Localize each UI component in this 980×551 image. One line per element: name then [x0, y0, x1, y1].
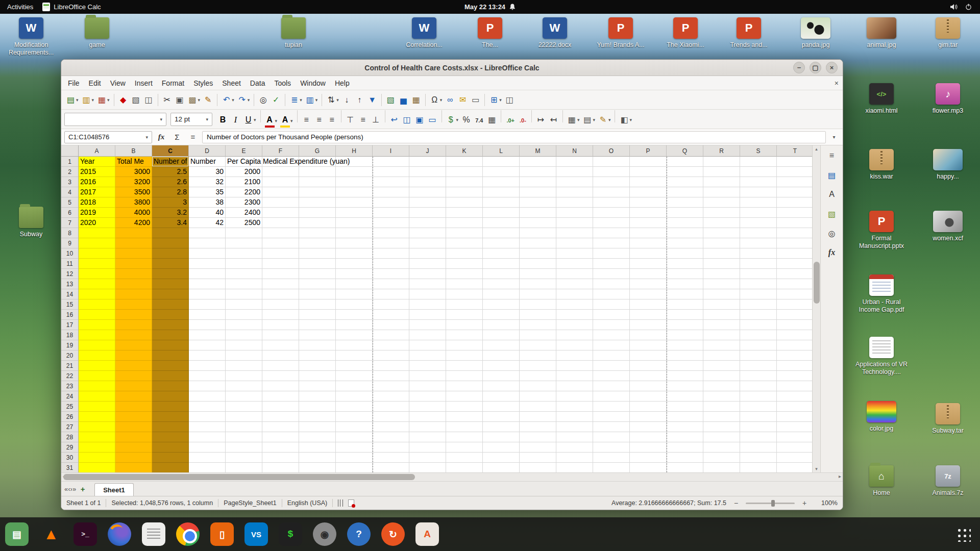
cell-T26[interactable] [777, 412, 812, 422]
cell-R14[interactable] [703, 289, 740, 299]
files-icon[interactable]: ▤ [5, 522, 29, 546]
cell-A9[interactable] [79, 238, 115, 248]
cell-S24[interactable] [740, 391, 777, 402]
cell-B16[interactable] [115, 310, 152, 320]
cell-D26[interactable] [189, 412, 226, 422]
cell-J16[interactable] [409, 310, 446, 320]
save-dropdown-icon[interactable]: ▾ [107, 97, 110, 103]
cell-M15[interactable] [520, 299, 556, 310]
row-header-18[interactable]: 18 [61, 330, 79, 340]
cell-N24[interactable] [556, 391, 593, 402]
cell-M25[interactable] [520, 402, 556, 412]
cell-J8[interactable] [409, 228, 446, 238]
cell-D13[interactable] [189, 279, 226, 289]
cell-J14[interactable] [409, 289, 446, 299]
cell-L7[interactable] [483, 218, 520, 228]
cell-J5[interactable] [409, 197, 446, 208]
menu-file[interactable]: File [63, 78, 84, 89]
cell-P8[interactable] [630, 228, 667, 238]
cell-K31[interactable] [446, 463, 483, 472]
cell-H10[interactable] [336, 248, 373, 259]
cell-P25[interactable] [630, 402, 667, 412]
document-reader-icon[interactable]: ▯ [210, 522, 234, 546]
name-box-dropdown-icon[interactable]: ▾ [145, 135, 148, 140]
cell-R5[interactable] [703, 197, 740, 208]
format-currency-button[interactable]: $▾ [445, 113, 460, 127]
cell-E20[interactable] [226, 350, 262, 361]
cell-Q26[interactable] [667, 412, 703, 422]
cell-D18[interactable] [189, 330, 226, 340]
cell-P23[interactable] [630, 381, 667, 391]
cell-J1[interactable] [409, 157, 446, 167]
cell-P22[interactable] [630, 371, 667, 381]
cell-R7[interactable] [703, 218, 740, 228]
cell-M28[interactable] [520, 432, 556, 442]
cell-S17[interactable] [740, 320, 777, 330]
cell-P18[interactable] [630, 330, 667, 340]
cell-K6[interactable] [446, 208, 483, 218]
cell-R31[interactable] [703, 463, 740, 472]
cell-R26[interactable] [703, 412, 740, 422]
menu-insert[interactable]: Insert [130, 78, 157, 89]
cell-N15[interactable] [556, 299, 593, 310]
cell-K9[interactable] [446, 238, 483, 248]
cell-Q10[interactable] [667, 248, 703, 259]
cell-Q27[interactable] [667, 422, 703, 432]
cell-T15[interactable] [777, 299, 812, 310]
wrap-text-button[interactable]: ↩ [388, 113, 401, 127]
cell-C7[interactable]: 3.4 [152, 218, 189, 228]
insert-chart-button[interactable]: ▅ [397, 93, 410, 107]
cell-A6[interactable]: 2019 [79, 208, 115, 218]
cell-K20[interactable] [446, 350, 483, 361]
cell-B21[interactable] [115, 361, 152, 371]
cell-Q23[interactable] [667, 381, 703, 391]
cell-A27[interactable] [79, 422, 115, 432]
row-header-12[interactable]: 12 [61, 269, 79, 279]
cell-P11[interactable] [630, 259, 667, 269]
cell-G6[interactable] [299, 208, 336, 218]
conditional-formatting-button[interactable]: ◧▾ [618, 113, 633, 127]
cell-A23[interactable] [79, 381, 115, 391]
software-updater-icon[interactable]: ↻ [381, 522, 405, 546]
cell-Q7[interactable] [667, 218, 703, 228]
status-language[interactable]: English (USA) [287, 499, 328, 507]
title-bar[interactable]: Control of Health Care Costs.xlsx - Libr… [61, 60, 843, 76]
cell-L13[interactable] [483, 279, 520, 289]
cell-K30[interactable] [446, 453, 483, 463]
cell-C9[interactable] [152, 238, 189, 248]
cell-O6[interactable] [593, 208, 630, 218]
cell-D27[interactable] [189, 422, 226, 432]
cell-L6[interactable] [483, 208, 520, 218]
cell-H3[interactable] [336, 177, 373, 187]
special-character-button[interactable]: Ω▾ [428, 93, 444, 107]
cell-T6[interactable] [777, 208, 812, 218]
cell-C13[interactable] [152, 279, 189, 289]
delete-decimal-place-button[interactable]: .0- [517, 113, 529, 128]
cell-L19[interactable] [483, 340, 520, 350]
cell-D21[interactable] [189, 361, 226, 371]
cell-L3[interactable] [483, 177, 520, 187]
cell-C11[interactable] [152, 259, 189, 269]
name-box[interactable]: C1:C1048576 ▾ [64, 131, 152, 143]
copy-button[interactable]: ▣ [174, 93, 186, 107]
cell-R6[interactable] [703, 208, 740, 218]
cell-M18[interactable] [520, 330, 556, 340]
cell-R23[interactable] [703, 381, 740, 391]
cell-H14[interactable] [336, 289, 373, 299]
cell-S20[interactable] [740, 350, 777, 361]
cell-I3[interactable] [373, 177, 409, 187]
cell-S30[interactable] [740, 453, 777, 463]
cell-S2[interactable] [740, 167, 777, 177]
cell-T3[interactable] [777, 177, 812, 187]
cell-B18[interactable] [115, 330, 152, 340]
cell-M22[interactable] [520, 371, 556, 381]
cell-M19[interactable] [520, 340, 556, 350]
desktop-icon-subway[interactable]: Subway [5, 207, 58, 238]
chrome-icon[interactable] [176, 522, 200, 546]
cell-G17[interactable] [299, 320, 336, 330]
row-header-9[interactable]: 9 [61, 238, 79, 248]
cell-H27[interactable] [336, 422, 373, 432]
cell-D9[interactable] [189, 238, 226, 248]
cell-N4[interactable] [556, 187, 593, 197]
cell-O28[interactable] [593, 432, 630, 442]
